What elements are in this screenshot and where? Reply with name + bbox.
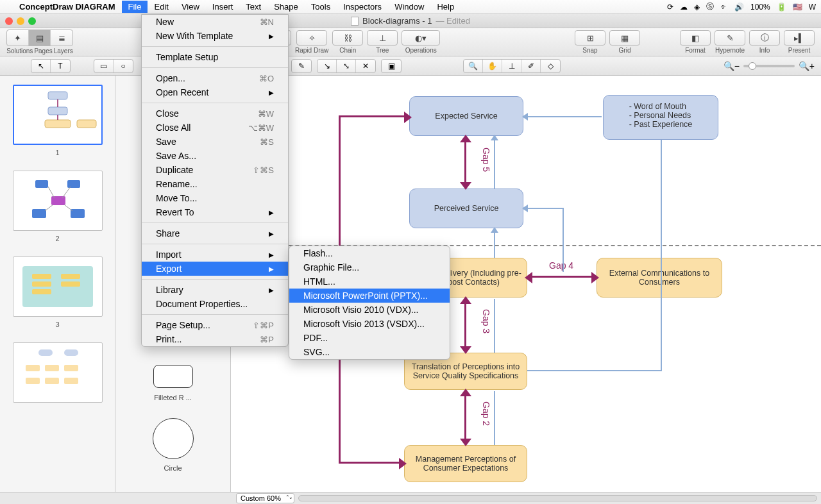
- pages-button[interactable]: ▤: [29, 30, 51, 46]
- export-menu-item[interactable]: Microsoft Visio 2010 (VDX)...: [289, 303, 450, 317]
- solutions-button[interactable]: ✦: [7, 30, 29, 46]
- export-menu-item[interactable]: Flash...: [289, 246, 450, 260]
- file-menu-item[interactable]: Template Setup: [142, 50, 288, 64]
- export-menu-item[interactable]: Microsoft Visio 2013 (VSDX)...: [289, 317, 450, 331]
- menu-text[interactable]: Text: [239, 1, 267, 13]
- file-menu-item[interactable]: Open...⌘O: [142, 71, 288, 85]
- node-expected-service[interactable]: Expected Service: [409, 96, 523, 136]
- minimize-window-button[interactable]: [17, 17, 24, 25]
- ellipse-shape-tool[interactable]: ○: [114, 60, 133, 72]
- export-menu-item[interactable]: HTML...: [289, 274, 450, 289]
- menu-inspectors[interactable]: Inspectors: [337, 1, 388, 13]
- menu-insert[interactable]: Insert: [206, 1, 240, 13]
- tree-button[interactable]: ⊥: [367, 30, 398, 46]
- shape-circle-preview[interactable]: [151, 416, 196, 462]
- file-menu-item[interactable]: Rename...: [142, 177, 288, 191]
- menu-help[interactable]: Help: [430, 1, 461, 13]
- file-menu-item[interactable]: Library▶: [142, 283, 288, 297]
- page-thumbnail-2[interactable]: [13, 171, 103, 231]
- file-menu-item[interactable]: Print...⌘P: [142, 332, 288, 346]
- node-perceived-service[interactable]: Perceived Service: [409, 189, 523, 228]
- menu-shape[interactable]: Shape: [267, 1, 305, 13]
- horizontal-scrollbar[interactable]: [298, 495, 817, 501]
- file-menu-item[interactable]: Save As...: [142, 149, 288, 163]
- file-menu-item[interactable]: Page Setup...⇧⌘P: [142, 318, 288, 332]
- select-tool[interactable]: ↖: [31, 60, 51, 72]
- text-tool[interactable]: T: [51, 60, 70, 72]
- wifi-icon[interactable]: ᯤ: [720, 3, 728, 12]
- hand-tool[interactable]: ✋: [483, 60, 502, 72]
- rapid-draw-button[interactable]: ✧: [296, 30, 327, 46]
- zoom-tool[interactable]: 🔍: [464, 60, 483, 72]
- sync-icon[interactable]: ⟳: [667, 3, 673, 12]
- zoom-select[interactable]: Custom 60%: [236, 493, 294, 503]
- page-thumbnail-1[interactable]: [13, 85, 103, 145]
- file-menu-item[interactable]: New With Template▶: [142, 29, 288, 43]
- info-button[interactable]: ⓘ: [749, 30, 780, 46]
- file-menu-item[interactable]: New⌘N: [142, 15, 288, 29]
- file-menu-item[interactable]: Close All⌥⌘W: [142, 121, 288, 135]
- battery-percent[interactable]: 100%: [750, 3, 770, 12]
- menu-file[interactable]: File: [122, 1, 148, 13]
- zoom-in-icon[interactable]: 🔍+: [799, 61, 815, 71]
- page-thumbnail-4[interactable]: [13, 342, 103, 403]
- export-menu-item[interactable]: SVG...: [289, 345, 450, 359]
- file-menu-item[interactable]: Move To...: [142, 191, 288, 205]
- app-name[interactable]: ConceptDraw DIAGRAM: [19, 2, 115, 12]
- menu-view[interactable]: View: [175, 1, 206, 13]
- file-menu-item[interactable]: Document Properties...: [142, 297, 288, 311]
- zoom-slider[interactable]: [743, 65, 795, 67]
- status-tray: ⟳ ☁ ◈ Ⓢ ᯤ 🔊 100% 🔋 🇺🇸 W: [667, 1, 816, 12]
- connector-tool-1[interactable]: ↘: [317, 60, 337, 72]
- export-menu-item[interactable]: Microsoft PowerPoint (PPTX)...: [289, 289, 450, 303]
- cloud-icon[interactable]: ☁: [680, 3, 688, 12]
- menu-edit[interactable]: Edit: [148, 1, 174, 13]
- node-management[interactable]: Management Perceptions of Consumer Expec…: [404, 445, 527, 482]
- zoom-out-icon[interactable]: 🔍−: [724, 61, 740, 71]
- hypernote-button[interactable]: ✎: [715, 30, 745, 46]
- present-button[interactable]: ▸▍: [784, 30, 815, 46]
- arrow-gap5: [464, 137, 466, 187]
- file-menu-item[interactable]: Import▶: [142, 248, 288, 262]
- page-thumbnail-3[interactable]: [13, 256, 103, 317]
- chain-button[interactable]: ⛓: [332, 30, 363, 46]
- format-button[interactable]: ◧: [680, 30, 711, 46]
- file-menu-item[interactable]: Close⌘W: [142, 106, 288, 121]
- crop-tool[interactable]: ▣: [382, 60, 401, 72]
- node-word-of-mouth[interactable]: - Word of Mouth- Personal Needs- Past Ex…: [603, 95, 718, 140]
- grid-button[interactable]: ▦: [609, 30, 640, 46]
- file-menu-item[interactable]: Export▶: [142, 262, 288, 276]
- menu-tools[interactable]: Tools: [305, 1, 337, 13]
- input-lang[interactable]: W: [809, 3, 816, 12]
- connector-tool-2[interactable]: ⤡: [337, 60, 356, 72]
- connector-tool-3[interactable]: ✕: [356, 60, 375, 72]
- close-window-button[interactable]: [5, 17, 13, 25]
- file-menu-item[interactable]: Duplicate⇧⌘S: [142, 163, 288, 177]
- export-menu-item[interactable]: Graphic File...: [289, 260, 450, 274]
- snap-button[interactable]: ⊞: [575, 30, 605, 46]
- eraser-tool[interactable]: ◇: [541, 60, 560, 72]
- file-menu-item[interactable]: Revert To▶: [142, 205, 288, 219]
- eyedropper-tool[interactable]: ✐: [521, 60, 541, 72]
- stamp-tool[interactable]: ⊥: [502, 60, 521, 72]
- rect-shape-tool[interactable]: ▭: [94, 60, 114, 72]
- battery-icon[interactable]: 🔋: [777, 3, 786, 12]
- operations-button[interactable]: ◐▾: [402, 30, 440, 46]
- flag-icon[interactable]: 🇺🇸: [793, 3, 802, 12]
- svg-rect-15: [22, 266, 93, 307]
- zoom-window-button[interactable]: [28, 17, 36, 25]
- svg-rect-21: [38, 349, 53, 356]
- file-menu-item[interactable]: Share▶: [142, 226, 288, 240]
- export-menu-item[interactable]: PDF...: [289, 331, 450, 345]
- dropbox-icon[interactable]: ◈: [694, 3, 700, 12]
- menu-window[interactable]: Window: [388, 1, 430, 13]
- file-menu-item[interactable]: Save⌘S: [142, 135, 288, 149]
- skype-icon[interactable]: Ⓢ: [706, 1, 714, 12]
- pencil-tool[interactable]: ✎: [292, 60, 311, 72]
- document-title[interactable]: Block-diagrams - 1: [362, 16, 432, 26]
- volume-icon[interactable]: 🔊: [734, 3, 744, 12]
- shape-rounded-preview[interactable]: [151, 362, 196, 391]
- node-external-comms[interactable]: External Communications to Consumers: [597, 258, 722, 298]
- file-menu-item[interactable]: Open Recent▶: [142, 85, 288, 99]
- layers-button[interactable]: ≣: [51, 30, 72, 46]
